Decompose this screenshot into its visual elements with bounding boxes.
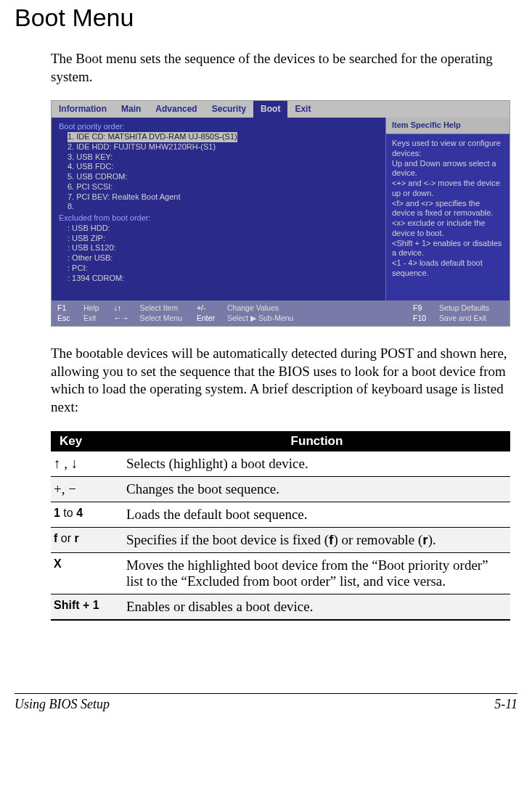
bios-help-panel: Item Specific Help Keys used to view or …	[385, 118, 510, 300]
table-cell-function: Changes the boot sequence.	[123, 476, 510, 502]
bios-footer-key: Esc	[57, 314, 81, 323]
bios-help-line: <1 - 4> loads default boot sequence.	[392, 258, 504, 279]
bios-excluded-item: : USB ZIP:	[59, 234, 378, 244]
bios-footer-val: Select Item	[140, 303, 182, 313]
bios-excluded-item: : USB HDD:	[59, 224, 378, 234]
table-cell-key: f or r	[51, 527, 123, 552]
table-cell-function: Loads the default boot sequence.	[123, 502, 510, 527]
bios-help-line: <Shift + 1> enables or disables a device…	[392, 239, 504, 259]
bios-help-line: <x> exclude or include the device to boo…	[392, 218, 504, 239]
bios-menu-item: Advanced	[148, 101, 204, 118]
table-row: +, −Changes the boot sequence.	[51, 476, 510, 502]
bios-help-title: Item Specific Help	[386, 118, 510, 134]
footer-right: 5-11	[494, 697, 517, 712]
table-row: ↑ , ↓Selects (highlight) a boot device.	[51, 451, 510, 477]
bios-footer-val: Select Menu	[140, 314, 182, 323]
table-cell-key: Shift + 1	[51, 594, 123, 620]
bios-excluded-item: : USB LS120:	[59, 243, 378, 253]
bios-priority-item: 2. IDE HDD: FUJITSU MHW2120RH-(S1)	[59, 142, 378, 152]
bios-footer-key: F9	[413, 303, 436, 313]
bios-footer-val: Help	[83, 303, 99, 313]
table-cell-function: Specifies if the boot device is fixed (f…	[123, 527, 510, 552]
bios-menu-item: Boot	[253, 101, 287, 118]
bios-left-panel: Boot priority order: 1. IDE CD: MATSHITA…	[52, 118, 385, 300]
bios-priority-item: 3. USB KEY:	[59, 152, 378, 163]
page-title: Boot Menu	[15, 4, 517, 32]
bios-footer-val: Save and Exit	[439, 314, 489, 323]
bios-footer-key: F1	[57, 303, 81, 313]
bios-priority-item: 7. PCI BEV: Realtek Boot Agent	[59, 192, 378, 203]
bios-priority-item: 6. PCI SCSI:	[59, 182, 378, 192]
bios-footer-key: Enter	[197, 314, 224, 323]
table-header-key: Key	[51, 431, 123, 451]
bios-footer-bar: F1Help EscExit ↓↑Select Item ←→Select Me…	[52, 301, 510, 326]
bios-priority-item: 5. USB CDROM:	[59, 172, 378, 182]
bios-help-line: Keys used to view or configure devices:	[392, 139, 504, 159]
between-paragraph: The bootable devices will be automatical…	[51, 345, 510, 417]
table-cell-key: 1 to 4	[51, 502, 123, 527]
table-cell-key: X	[51, 552, 123, 594]
bios-priority-header: Boot priority order:	[59, 122, 378, 132]
bios-footer-key: ↓↑	[114, 303, 137, 313]
bios-help-line: Up and Down arrows select a device.	[392, 159, 504, 179]
table-row: 1 to 4Loads the default boot sequence.	[51, 502, 510, 527]
table-cell-key: ↑ , ↓	[51, 451, 123, 477]
bios-menu-item: Exit	[287, 101, 318, 118]
table-cell-function: Moves the highlighted boot device from t…	[123, 552, 510, 594]
bios-priority-item: 8.	[59, 202, 378, 212]
key-function-table: Key Function ↑ , ↓Selects (highlight) a …	[51, 431, 510, 621]
bios-excluded-item: : 1394 CDROM:	[59, 274, 378, 284]
table-cell-function: Selects (highlight) a boot device.	[123, 451, 510, 477]
bios-screenshot: InformationMainAdvancedSecurityBootExit …	[51, 100, 510, 327]
bios-excluded-item: : PCI:	[59, 263, 378, 274]
table-row: Shift + 1Enables or disables a boot devi…	[51, 594, 510, 620]
bios-footer-val: Exit	[83, 314, 99, 323]
intro-paragraph: The Boot menu sets the sequence of the d…	[51, 50, 510, 86]
bios-help-body: Keys used to view or configure devices:U…	[386, 134, 510, 301]
table-row: f or rSpecifies if the boot device is fi…	[51, 527, 510, 552]
bios-help-line: <f> and <r> specifies the device is fixe…	[392, 199, 504, 219]
bios-menu-item: Information	[52, 101, 114, 118]
table-cell-key: +, −	[51, 476, 123, 502]
bios-menu-item: Main	[114, 101, 148, 118]
bios-menu-bar: InformationMainAdvancedSecurityBootExit	[52, 101, 510, 118]
table-cell-function: Enables or disables a boot device.	[123, 594, 510, 620]
bios-footer-key: +/-	[197, 303, 224, 313]
footer-left: Using BIOS Setup	[15, 697, 110, 712]
bios-priority-list: 1. IDE CD: MATSHITA DVD-RAM UJ-850S-(S1)…	[59, 132, 378, 212]
bios-footer-key: ←→	[114, 314, 137, 323]
table-header-function: Function	[123, 431, 510, 451]
bios-menu-item: Security	[205, 101, 253, 118]
bios-excluded-item: : Other USB:	[59, 253, 378, 263]
table-row: XMoves the highlighted boot device from …	[51, 552, 510, 594]
bios-excluded-header: Excluded from boot order:	[59, 213, 378, 224]
bios-excluded-list: : USB HDD:: USB ZIP:: USB LS120:: Other …	[59, 224, 378, 284]
bios-footer-key: F10	[413, 314, 436, 323]
bios-help-line: <+> and <-> moves the device up or down.	[392, 179, 504, 199]
bios-priority-item: 4. USB FDC:	[59, 162, 378, 172]
bios-footer-val: Setup Defaults	[439, 303, 489, 313]
bios-priority-item: 1. IDE CD: MATSHITA DVD-RAM UJ-850S-(S1)	[59, 132, 378, 142]
bios-footer-val: Change Values	[227, 303, 293, 313]
bios-footer-val: Select ▶ Sub-Menu	[227, 314, 293, 323]
